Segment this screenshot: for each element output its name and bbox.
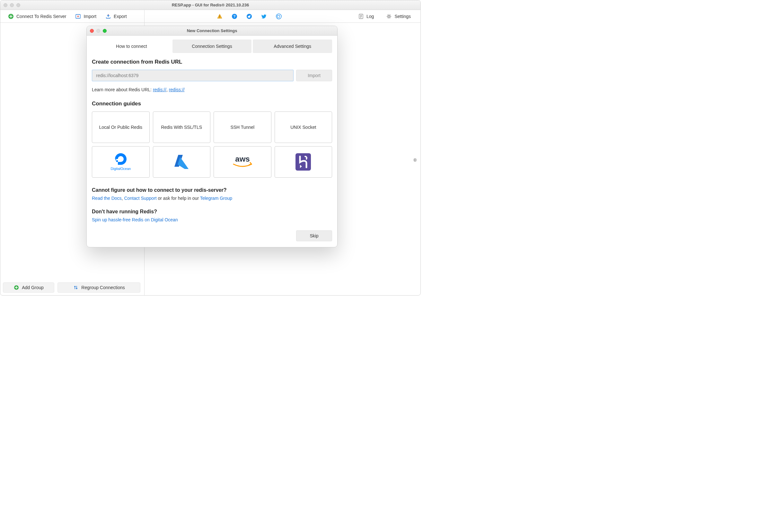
rediss-scheme-link[interactable]: rediss://	[169, 87, 185, 92]
import-button[interactable]: Import	[71, 10, 101, 22]
svg-rect-3	[219, 16, 220, 17]
sort-arrows-icon	[73, 285, 79, 290]
regroup-label: Regroup Connections	[81, 285, 124, 290]
log-icon	[358, 14, 364, 19]
guide-ssh[interactable]: SSH Tunnel	[214, 112, 271, 143]
trademark-text: ®	[413, 158, 417, 162]
settings-button[interactable]: Settings	[382, 10, 415, 22]
contact-support-link[interactable]: Contact Support	[124, 195, 156, 201]
toolbar-mid: ?	[145, 10, 354, 22]
digitalocean-icon: DigitalOcean	[106, 151, 135, 173]
learn-prefix: Learn more about Redis URL:	[92, 87, 153, 92]
export-label: Export	[114, 14, 126, 19]
redis-scheme-link[interactable]: redis://	[153, 87, 166, 92]
gear-icon	[386, 14, 392, 19]
guides-grid: Local Or Public Redis Redis With SSL/TLS…	[92, 112, 332, 178]
guide-digitalocean[interactable]: DigitalOcean	[92, 146, 150, 178]
warning-icon[interactable]	[217, 14, 223, 19]
main-titlebar: RESP.app - GUI for Redis® 2021.10.236	[0, 0, 421, 10]
toolbar-right: Log Settings	[354, 10, 421, 22]
read-docs-link[interactable]: Read the Docs	[92, 195, 122, 201]
learn-more-line: Learn more about Redis URL: redis://, re…	[92, 87, 332, 92]
github-icon[interactable]	[276, 14, 282, 19]
aws-icon: aws	[230, 154, 255, 170]
new-connection-dialog: New Connection Settings How to connect C…	[86, 26, 337, 247]
spin-up-link[interactable]: Spin up hassle-free Redis on Digital Oce…	[92, 217, 178, 222]
connect-label: Connect To Redis Server	[17, 14, 66, 19]
export-button[interactable]: Export	[101, 10, 131, 22]
main-toolbar: Connect To Redis Server Import Export ?	[0, 10, 421, 23]
svg-text:DigitalOcean: DigitalOcean	[111, 167, 131, 171]
import-url-button[interactable]: Import	[296, 70, 332, 81]
learn-sep: ,	[166, 87, 169, 92]
window-title: RESP.app - GUI for Redis® 2021.10.236	[0, 3, 421, 7]
help-icon[interactable]: ?	[231, 14, 237, 19]
import-label: Import	[84, 14, 96, 19]
guides-heading: Connection guides	[92, 100, 332, 107]
sidebar-bottom: Add Group Regroup Connections	[0, 280, 144, 295]
toolbar-left: Connect To Redis Server Import Export	[0, 10, 145, 22]
dialog-title: New Connection Settings	[87, 28, 337, 33]
svg-point-2	[108, 14, 109, 15]
settings-label: Settings	[395, 14, 411, 19]
no-redis-heading: Don't have running Redis?	[92, 209, 332, 215]
no-redis-section: Don't have running Redis? Spin up hassle…	[92, 209, 332, 223]
log-label: Log	[366, 14, 374, 19]
url-row: Import	[92, 70, 332, 81]
plus-circle-icon	[14, 285, 19, 290]
redis-url-input[interactable]	[92, 70, 293, 81]
svg-text:aws: aws	[235, 155, 250, 163]
regroup-button[interactable]: Regroup Connections	[57, 282, 140, 293]
import-icon	[75, 14, 81, 19]
telegram-group-link[interactable]: Telegram Group	[200, 195, 232, 201]
tab-how-to-connect[interactable]: How to connect	[92, 40, 171, 53]
guide-azure[interactable]	[153, 146, 211, 178]
dialog-body: How to connect Connection Settings Advan…	[87, 36, 337, 247]
tab-connection-settings[interactable]: Connection Settings	[172, 40, 252, 53]
dialog-tabs: How to connect Connection Settings Advan…	[92, 40, 332, 53]
skip-button[interactable]: Skip	[296, 231, 332, 241]
svg-text:?: ?	[233, 15, 235, 18]
guide-unix[interactable]: UNIX Socket	[275, 112, 332, 143]
no-redis-body: Spin up hassle-free Redis on Digital Oce…	[92, 217, 332, 223]
cannot-connect-section: Cannot figure out how to connect to your…	[92, 187, 332, 202]
guide-aws[interactable]: aws	[214, 146, 271, 178]
log-button[interactable]: Log	[354, 10, 378, 22]
plus-circle-icon	[8, 14, 14, 19]
connect-button[interactable]: Connect To Redis Server	[4, 10, 71, 22]
dialog-titlebar: New Connection Settings	[87, 26, 337, 36]
add-group-label: Add Group	[22, 285, 44, 290]
svg-rect-4	[219, 18, 220, 18]
guide-ssl[interactable]: Redis With SSL/TLS	[153, 112, 211, 143]
dialog-footer: Skip	[92, 231, 332, 241]
cannot-body: Read the Docs, Contact Support or ask fo…	[92, 195, 332, 202]
guide-heroku[interactable]	[275, 146, 332, 178]
svg-point-10	[388, 16, 390, 18]
create-url-heading: Create connection from Redis URL	[92, 59, 332, 65]
tab-advanced-settings[interactable]: Advanced Settings	[253, 40, 332, 53]
twitter-icon[interactable]	[261, 14, 267, 19]
cannot-heading: Cannot figure out how to connect to your…	[92, 187, 332, 193]
guide-local[interactable]: Local Or Public Redis	[92, 112, 150, 143]
svg-rect-14	[295, 153, 311, 171]
add-group-button[interactable]: Add Group	[3, 282, 54, 293]
export-icon	[105, 14, 111, 19]
heroku-icon	[294, 152, 312, 172]
telegram-icon[interactable]	[246, 14, 252, 19]
azure-icon	[172, 152, 191, 171]
